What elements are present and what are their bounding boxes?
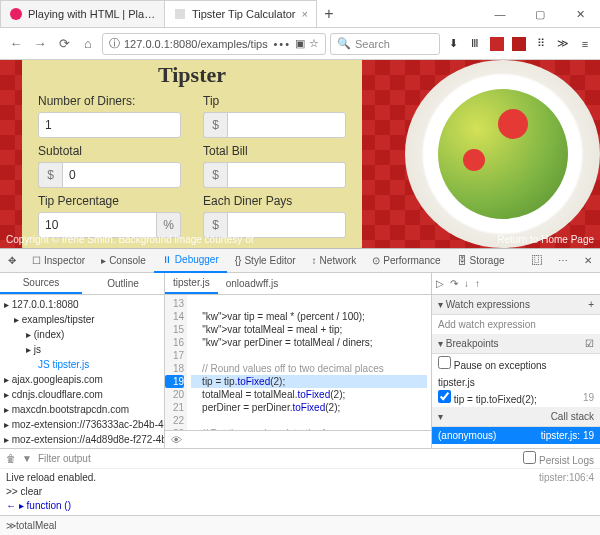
maximize-button[interactable]: ▢ xyxy=(520,1,560,27)
toolbar: ← → ⟳ ⌂ ⓘ 127.0.0.1:8080/examples/tips •… xyxy=(0,28,600,60)
gutter[interactable]: 131415161718192021222324252627282930 xyxy=(165,295,187,430)
sidebar-icon[interactable]: ≫ xyxy=(554,35,572,53)
browser-tab[interactable]: Playing with HTML | Playing w xyxy=(0,0,165,27)
tree-item[interactable]: ▸ js xyxy=(0,342,164,357)
library-icon[interactable]: Ⅲ xyxy=(466,35,484,53)
tab-performance[interactable]: ⊙ Performance xyxy=(364,249,448,273)
forward-button[interactable]: → xyxy=(30,34,50,54)
each-label: Each Diner Pays xyxy=(203,194,346,208)
inspect-node-button[interactable]: ✥ xyxy=(0,249,24,273)
code-lines[interactable]: "kw">var tip = meal * (percent / 100); "… xyxy=(187,295,431,430)
watch-placeholder[interactable]: Add watch expression xyxy=(432,315,600,334)
callstack-header[interactable]: ▾ Call stack xyxy=(432,407,600,427)
search-box[interactable]: 🔍 Search xyxy=(330,33,440,55)
downloads-icon[interactable]: ⬇ xyxy=(444,35,462,53)
breakpoints-header[interactable]: ▾ Breakpoints☑ xyxy=(432,334,600,354)
step-out-button[interactable]: ↑ xyxy=(475,278,480,289)
bookmark-icon[interactable]: ☆ xyxy=(309,37,319,50)
info-icon[interactable]: ⓘ xyxy=(109,36,120,51)
tree-item[interactable]: ▸ cdnjs.cloudflare.com xyxy=(0,387,164,402)
add-watch-icon[interactable]: + xyxy=(588,299,594,310)
svg-rect-3 xyxy=(512,37,526,51)
page-action-icon[interactable]: ••• xyxy=(273,38,291,50)
tree-item[interactable]: ▸ maxcdn.bootstrapcdn.com xyxy=(0,402,164,417)
resume-button[interactable]: ▷ xyxy=(436,278,444,289)
tab-label: Tipster Tip Calculator xyxy=(192,8,296,20)
devtools-tabs: ✥ ☐ Inspector ▸ Console ⏸ Debugger {} St… xyxy=(0,249,600,273)
tab-label: Playing with HTML | Playing w xyxy=(28,8,156,20)
tippct-label: Tip Percentage xyxy=(38,194,181,208)
editor-footer: 👁 xyxy=(165,430,431,448)
tree-item[interactable]: ▸ examples/tipster xyxy=(0,312,164,327)
svg-rect-1 xyxy=(175,9,185,19)
devtools: ✥ ☐ Inspector ▸ Console ⏸ Debugger {} St… xyxy=(0,248,600,535)
subtotal-label: Subtotal xyxy=(38,144,181,158)
tree-item[interactable]: ▸ moz-extension://736333ac-2b4b-4cfc xyxy=(0,417,164,432)
command-line[interactable]: ≫ totalMeal xyxy=(0,515,600,535)
tree-item[interactable]: ▸ moz-extension://a4d89d8e-f272-4b1f xyxy=(0,432,164,447)
tab-debugger[interactable]: ⏸ Debugger xyxy=(154,249,227,273)
breakpoint-item[interactable]: tip = tip.toFixed(2);19 xyxy=(432,388,600,407)
currency-prefix: $ xyxy=(38,162,62,188)
page-content: Tipster Number of Diners: 1 Tip $ Subtot… xyxy=(0,60,600,248)
tab-favicon xyxy=(173,7,187,21)
tree-item[interactable]: ▸ (index) xyxy=(0,327,164,342)
extension-icon[interactable] xyxy=(510,35,528,53)
tab-inspector[interactable]: ☐ Inspector xyxy=(24,249,93,273)
menu-icon[interactable]: ≡ xyxy=(576,35,594,53)
bp-checkbox[interactable] xyxy=(438,390,451,403)
console-output[interactable]: Live reload enabled.tipster:106:4>> clea… xyxy=(0,469,600,515)
devtools-close-icon[interactable]: ✕ xyxy=(576,249,600,273)
step-over-button[interactable]: ↷ xyxy=(450,278,458,289)
persist-logs-checkbox[interactable] xyxy=(523,451,536,464)
outline-tab[interactable]: Outline xyxy=(82,273,164,294)
subtotal-input[interactable]: 0 xyxy=(62,162,181,188)
devtools-dock-button[interactable]: ⿶ xyxy=(524,249,550,273)
extension-icon[interactable]: ⠿ xyxy=(532,35,550,53)
tipster-card: Tipster Number of Diners: 1 Tip $ Subtot… xyxy=(22,60,362,248)
trash-icon[interactable]: 🗑 xyxy=(6,453,16,464)
file-tab[interactable]: onloadwff.js xyxy=(218,273,287,294)
close-tab-icon[interactable]: × xyxy=(302,8,308,20)
editor-panel: tipster.js onloadwff.js 1314151617181920… xyxy=(165,273,432,448)
browser-tab[interactable]: Tipster Tip Calculator × xyxy=(164,0,317,27)
search-placeholder: Search xyxy=(355,38,390,50)
filter-icon: ▼ xyxy=(22,453,32,464)
diners-input[interactable]: 1 xyxy=(38,112,181,138)
reload-button[interactable]: ⟳ xyxy=(54,34,74,54)
home-button[interactable]: ⌂ xyxy=(78,34,98,54)
totalbill-output xyxy=(227,162,346,188)
devtools-settings-icon[interactable]: ⋯ xyxy=(550,249,576,273)
copyright-text: Copyright © Irene Smith. Background imag… xyxy=(6,234,254,245)
window-tabstrip: Playing with HTML | Playing w Tipster Ti… xyxy=(0,0,600,28)
filter-input[interactable]: Filter output xyxy=(38,453,517,464)
eye-icon[interactable]: 👁 xyxy=(171,434,182,446)
window-controls: ― ▢ ✕ xyxy=(480,1,600,27)
back-button[interactable]: ← xyxy=(6,34,26,54)
tree-item[interactable]: JS tipster.js xyxy=(0,357,164,372)
close-window-button[interactable]: ✕ xyxy=(560,1,600,27)
sources-panel: Sources Outline ▸ 127.0.0.1:8080▸ exampl… xyxy=(0,273,165,448)
address-bar[interactable]: ⓘ 127.0.0.1:8080/examples/tips ••• ▣ ☆ xyxy=(102,33,326,55)
minimize-button[interactable]: ― xyxy=(480,1,520,27)
callstack-frame[interactable]: (anonymous)tipster.js: 19 xyxy=(432,427,600,444)
app-title: Tipster xyxy=(38,62,346,88)
bp-file: tipster.js xyxy=(432,373,600,388)
sources-tree[interactable]: ▸ 127.0.0.1:8080▸ examples/tipster▸ (ind… xyxy=(0,295,164,448)
tab-console[interactable]: ▸ Console xyxy=(93,249,154,273)
file-tab[interactable]: tipster.js xyxy=(165,273,218,294)
home-link[interactable]: Return to Home Page xyxy=(497,234,594,245)
tab-storage[interactable]: 🗄 Storage xyxy=(449,249,513,273)
checkbox-icon[interactable]: ☑ xyxy=(585,338,594,349)
reader-icon[interactable]: ▣ xyxy=(295,37,305,50)
tab-network[interactable]: ↕ Network xyxy=(304,249,365,273)
pause-exceptions-checkbox[interactable] xyxy=(438,356,451,369)
step-in-button[interactable]: ↓ xyxy=(464,278,469,289)
tree-item[interactable]: ▸ ajax.googleapis.com xyxy=(0,372,164,387)
tab-style-editor[interactable]: {} Style Editor xyxy=(227,249,304,273)
extension-icon[interactable] xyxy=(488,35,506,53)
sources-tab[interactable]: Sources xyxy=(0,273,82,294)
watch-header[interactable]: ▾ Watch expressions+ xyxy=(432,295,600,315)
new-tab-button[interactable]: + xyxy=(316,1,342,27)
tree-item[interactable]: ▸ 127.0.0.1:8080 xyxy=(0,297,164,312)
